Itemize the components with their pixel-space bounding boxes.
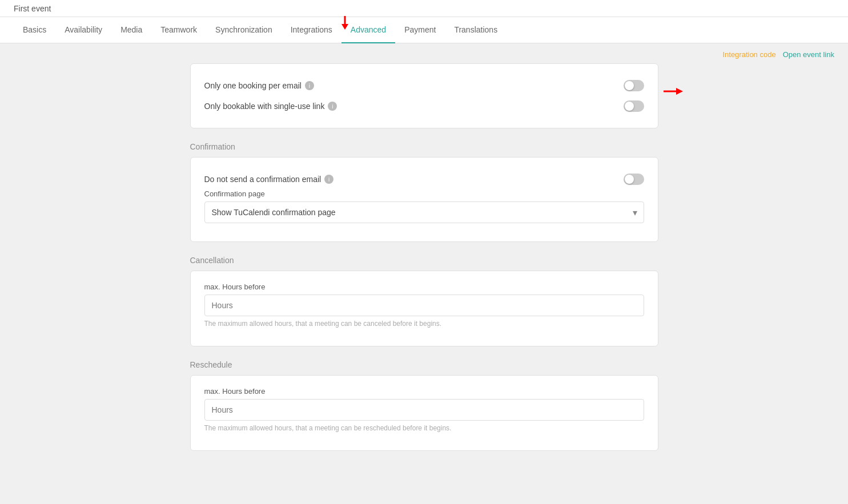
tab-payment[interactable]: Payment <box>395 17 445 43</box>
single-use-link-toggle[interactable] <box>624 100 644 112</box>
no-confirmation-email-row: Do not send a confirmation email i <box>204 169 644 189</box>
tab-synchronization[interactable]: Synchronization <box>206 17 282 43</box>
tab-integrations[interactable]: Integrations <box>282 17 341 43</box>
tab-media[interactable]: Media <box>111 17 151 43</box>
reschedule-hours-group: max. Hours before The maximum allowed ho… <box>204 387 644 432</box>
tab-advanced[interactable]: Advanced <box>341 17 395 43</box>
no-confirmation-email-toggle[interactable] <box>624 174 644 185</box>
cancellation-card: max. Hours before The maximum allowed ho… <box>190 271 658 346</box>
booking-per-email-label: Only one booking per email <box>204 81 302 90</box>
nav-bar: Basics Availability Media Teamwork Synch… <box>0 17 848 43</box>
confirmation-card: Do not send a confirmation email i Confi… <box>190 157 658 242</box>
tab-teamwork[interactable]: Teamwork <box>151 17 206 43</box>
confirmation-page-group: Confirmation page Show TuCalendi confirm… <box>204 189 644 223</box>
cancellation-hours-hint: The maximum allowed hours, that a meetin… <box>204 320 644 328</box>
page-title: First event <box>14 4 51 13</box>
reschedule-hours-hint: The maximum allowed hours, that a meetin… <box>204 424 644 432</box>
tab-basics[interactable]: Basics <box>14 17 55 43</box>
no-confirmation-email-label: Do not send a confirmation email <box>204 175 321 184</box>
reschedule-hours-label: max. Hours before <box>204 387 644 396</box>
cancellation-hours-group: max. Hours before The maximum allowed ho… <box>204 283 644 328</box>
tab-availability[interactable]: Availability <box>55 17 111 43</box>
confirmation-page-select[interactable]: Show TuCalendi confirmation page Redirec… <box>204 201 644 223</box>
booking-per-email-toggle[interactable] <box>624 80 644 91</box>
reschedule-section-label: Reschedule <box>190 360 232 369</box>
confirmation-page-select-wrapper: Show TuCalendi confirmation page Redirec… <box>204 201 644 223</box>
svg-marker-3 <box>676 88 683 95</box>
booking-per-email-row: Only one booking per email i <box>204 75 644 96</box>
reschedule-card: max. Hours before The maximum allowed ho… <box>190 375 658 451</box>
right-arrow-indicator <box>664 86 686 97</box>
single-use-link-row: Only bookable with single-use link i <box>204 96 644 116</box>
open-event-link[interactable]: Open event link <box>783 50 834 59</box>
integration-code-link[interactable]: Integration code <box>722 50 775 59</box>
booking-per-email-info-icon[interactable]: i <box>305 81 314 90</box>
cancellation-section-label: Cancellation <box>190 256 234 265</box>
tab-translations[interactable]: Translations <box>445 17 507 43</box>
booking-card: Only one booking per email i Only bookab… <box>190 63 658 128</box>
confirmation-page-label: Confirmation page <box>204 189 644 198</box>
no-confirmation-email-info-icon[interactable]: i <box>324 175 333 184</box>
single-use-link-label: Only bookable with single-use link <box>204 102 325 111</box>
reschedule-hours-input[interactable] <box>204 399 644 421</box>
cancellation-hours-input[interactable] <box>204 295 644 316</box>
top-actions-bar: Integration code Open event link <box>0 43 848 63</box>
confirmation-section-label: Confirmation <box>190 142 235 151</box>
cancellation-hours-label: max. Hours before <box>204 283 644 291</box>
single-use-link-info-icon[interactable]: i <box>328 102 337 111</box>
